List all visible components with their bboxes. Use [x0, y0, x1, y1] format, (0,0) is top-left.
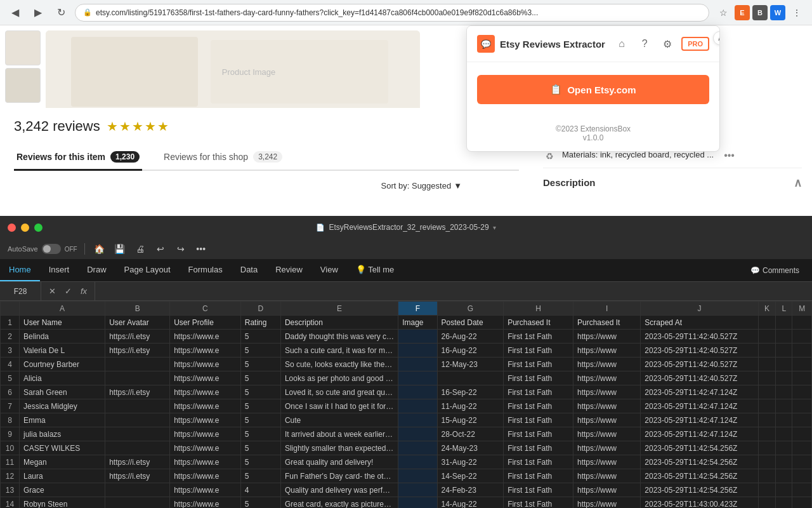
list-item[interactable]: https://www: [573, 330, 640, 344]
list-item[interactable]: 16-Sep-22: [437, 385, 504, 399]
tab-shop-reviews[interactable]: Reviews for this shop 3,242: [161, 145, 285, 171]
list-item[interactable]: https://www: [573, 497, 640, 509]
list-item[interactable]: [398, 358, 437, 371]
list-item[interactable]: https://www: [573, 399, 640, 413]
list-item[interactable]: [105, 427, 170, 441]
list-item[interactable]: 2023-05-29T11:42:54.256Z: [641, 441, 758, 455]
list-item[interactable]: https://www.e: [170, 469, 241, 483]
list-item[interactable]: 5: [240, 358, 280, 371]
list-item[interactable]: Belinda: [20, 330, 105, 344]
forward-button[interactable]: ▶: [29, 4, 47, 22]
list-item[interactable]: 2023-05-29T11:42:47.124Z: [641, 399, 758, 413]
list-item[interactable]: 5: [240, 413, 280, 427]
popup-home-icon[interactable]: ⌂: [613, 35, 631, 53]
list-item[interactable]: 5: [240, 441, 280, 455]
list-item[interactable]: [437, 371, 504, 385]
list-item[interactable]: https://www.e: [170, 413, 241, 427]
cell-reference[interactable]: F28: [0, 282, 41, 300]
list-item[interactable]: [792, 344, 812, 358]
list-item[interactable]: Valeria De L: [20, 344, 105, 358]
list-item[interactable]: First 1st Fath: [504, 455, 573, 469]
list-item[interactable]: [398, 413, 437, 427]
list-item[interactable]: [105, 497, 170, 509]
list-item[interactable]: 5: [240, 330, 280, 344]
list-item[interactable]: [776, 413, 792, 427]
col-header-h[interactable]: H: [504, 302, 573, 316]
list-item[interactable]: julia balazs: [20, 427, 105, 441]
tab-item-reviews[interactable]: Reviews for this item 1,230: [14, 145, 142, 171]
popup-settings-icon[interactable]: ⚙: [658, 35, 676, 53]
more-toolbar-icon[interactable]: •••: [193, 241, 209, 257]
materials-more-icon[interactable]: •••: [724, 150, 735, 161]
list-item[interactable]: https://i.etsy: [105, 344, 170, 358]
list-item[interactable]: 26-Aug-22: [437, 330, 504, 344]
list-item[interactable]: [792, 483, 812, 497]
list-item[interactable]: 5: [240, 371, 280, 385]
list-item[interactable]: [776, 483, 792, 497]
header-scraped-at[interactable]: Scraped At: [641, 316, 758, 330]
header-rating[interactable]: Rating: [240, 316, 280, 330]
list-item[interactable]: 2023-05-29T11:42:40.527Z: [641, 371, 758, 385]
list-item[interactable]: First 1st Fath: [504, 344, 573, 358]
col-header-a[interactable]: A: [20, 302, 105, 316]
list-item[interactable]: [758, 455, 776, 469]
ribbon-tab-home[interactable]: Home: [0, 259, 40, 281]
list-item[interactable]: https://www.e: [170, 441, 241, 455]
list-item[interactable]: Once I saw it I had to get it for my hus…: [280, 399, 398, 413]
list-item[interactable]: Great card, exactly as pictured, and qui…: [280, 497, 398, 509]
extension-b-icon[interactable]: B: [752, 5, 768, 20]
col-header-g[interactable]: G: [437, 302, 504, 316]
browser-menu-button[interactable]: ⋮: [788, 4, 806, 22]
list-item[interactable]: Loved it, so cute and great quality.: [280, 385, 398, 399]
list-item[interactable]: It arrived about a week earlier then exp…: [280, 427, 398, 441]
list-item[interactable]: Megan: [20, 455, 105, 469]
col-header-i[interactable]: I: [573, 302, 640, 316]
list-item[interactable]: Robyn Steen: [20, 497, 105, 509]
list-item[interactable]: https://www: [573, 441, 640, 455]
ribbon-tab-draw[interactable]: Draw: [78, 259, 115, 281]
list-item[interactable]: [776, 344, 792, 358]
thumbnail-2[interactable]: [5, 68, 41, 103]
list-item[interactable]: CASEY WILKES: [20, 441, 105, 455]
col-header-k[interactable]: K: [758, 302, 776, 316]
redo-toolbar-icon[interactable]: ↪: [173, 241, 188, 257]
list-item[interactable]: https://www.e: [170, 371, 241, 385]
list-item[interactable]: First 1st Fath: [504, 358, 573, 371]
list-item[interactable]: https://www.e: [170, 330, 241, 344]
list-item[interactable]: Daddy thought this was very cute!: [280, 330, 398, 344]
undo-toolbar-icon[interactable]: ↩: [153, 241, 168, 257]
list-item[interactable]: Sarah Green: [20, 385, 105, 399]
list-item[interactable]: [776, 469, 792, 483]
list-item[interactable]: 5: [240, 385, 280, 399]
list-item[interactable]: https://www: [573, 413, 640, 427]
list-item[interactable]: First 1st Fath: [504, 371, 573, 385]
list-item[interactable]: [398, 385, 437, 399]
ribbon-tab-formulas[interactable]: Formulas: [180, 259, 232, 281]
list-item[interactable]: Laura: [20, 469, 105, 483]
list-item[interactable]: [398, 497, 437, 509]
list-item[interactable]: First 1st Fath: [504, 497, 573, 509]
list-item[interactable]: [398, 330, 437, 344]
list-item[interactable]: https://www: [573, 469, 640, 483]
autosave-toggle[interactable]: [42, 244, 61, 254]
list-item[interactable]: [758, 413, 776, 427]
header-user-profile[interactable]: User Profile: [170, 316, 241, 330]
list-item[interactable]: 5: [240, 427, 280, 441]
list-item[interactable]: 5: [240, 469, 280, 483]
ribbon-tab-view[interactable]: View: [311, 259, 347, 281]
list-item[interactable]: Cute: [280, 413, 398, 427]
mac-maximize-button[interactable]: [34, 224, 43, 232]
formula-cancel-button[interactable]: ✕: [46, 285, 58, 297]
list-item[interactable]: [105, 441, 170, 455]
list-item[interactable]: https://i.etsy: [105, 385, 170, 399]
ribbon-tab-insert[interactable]: Insert: [40, 259, 79, 281]
list-item[interactable]: 11-Aug-22: [437, 399, 504, 413]
list-item[interactable]: Great quality and delivery!: [280, 455, 398, 469]
col-header-l[interactable]: L: [776, 302, 792, 316]
list-item[interactable]: [792, 385, 812, 399]
col-header-f[interactable]: F: [398, 302, 437, 316]
list-item[interactable]: [792, 441, 812, 455]
list-item[interactable]: 2023-05-29T11:42:47.124Z: [641, 427, 758, 441]
list-item[interactable]: [758, 483, 776, 497]
comments-button[interactable]: 💬 Comments: [745, 264, 804, 277]
